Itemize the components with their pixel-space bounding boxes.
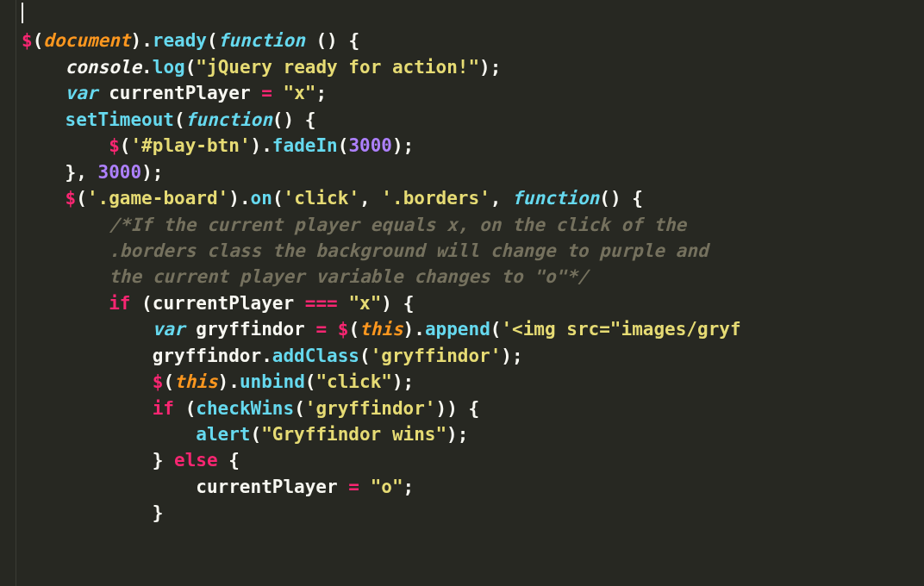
tok <box>163 450 174 471</box>
tok: /*If the current player equals x, on the… <box>109 215 697 235</box>
tok: the current player variable changes to "… <box>109 266 588 287</box>
tok: function <box>218 30 305 51</box>
tok: var <box>153 319 185 340</box>
tok: === <box>305 293 338 314</box>
tok: $ <box>109 135 120 156</box>
tok: ; <box>403 371 415 392</box>
tok: ( <box>185 398 197 419</box>
tok: $ <box>22 30 33 51</box>
tok: currentPlayer <box>153 293 294 314</box>
tok: ; <box>458 424 469 445</box>
tok <box>87 162 98 183</box>
tok: ; <box>315 83 327 103</box>
tok: var <box>66 83 98 103</box>
tok: 3000 <box>348 135 392 156</box>
tok: "jQuery ready for action!" <box>196 57 479 78</box>
tok: currentPlayer <box>109 83 250 103</box>
tok: ) <box>403 319 415 340</box>
code-editor[interactable]: $(document).ready(function () { console.… <box>0 0 924 586</box>
tok: ) <box>251 135 262 156</box>
tok <box>272 83 284 103</box>
tok <box>371 188 382 209</box>
tok: 'gryffindor' <box>371 346 502 366</box>
tok: function <box>512 188 599 209</box>
tok: "o" <box>371 477 403 497</box>
tok: ( <box>338 135 349 156</box>
tok: "x" <box>348 293 381 314</box>
tok: ( <box>251 424 262 445</box>
tok: else <box>174 450 218 471</box>
tok: () <box>272 109 305 130</box>
tok: ( <box>490 319 502 340</box>
tok: { <box>305 109 316 130</box>
tok: log <box>153 57 185 78</box>
tok: ( <box>272 188 284 209</box>
tok: if <box>153 398 174 419</box>
tok: ) <box>228 188 240 209</box>
tok: gryffindor <box>196 319 304 340</box>
tok: $ <box>338 319 349 340</box>
tok: ) <box>392 371 403 392</box>
tok: ) <box>479 57 490 78</box>
tok: { <box>348 30 359 51</box>
tok: document <box>43 30 130 51</box>
tok: ; <box>403 135 415 156</box>
tok <box>251 83 262 103</box>
tok: . <box>414 319 425 340</box>
tok: ( <box>33 30 44 51</box>
tok: checkWins <box>196 398 294 419</box>
tok: ( <box>120 135 131 156</box>
tok: , <box>359 188 371 209</box>
tok: 3000 <box>98 162 142 183</box>
tok: ready <box>153 30 207 51</box>
tok <box>458 398 469 419</box>
tok <box>185 319 197 340</box>
tok: append <box>425 319 490 340</box>
tok: '.borders' <box>381 188 490 209</box>
tok: = <box>348 477 359 497</box>
tok: () <box>599 188 632 209</box>
tok: '#play-btn' <box>130 135 250 156</box>
tok <box>130 293 141 314</box>
tok: currentPlayer <box>196 477 337 497</box>
tok <box>174 398 185 419</box>
tok <box>338 477 349 497</box>
tok: ) <box>218 371 229 392</box>
tok: 'click' <box>284 188 360 209</box>
tok: , <box>76 162 87 183</box>
tok: . <box>261 135 272 156</box>
tok: ; <box>490 57 502 78</box>
tok: $ <box>153 371 164 392</box>
tok: gryffindor <box>153 346 261 366</box>
tok: addClass <box>272 346 359 366</box>
tok: } <box>66 162 77 183</box>
tok: . <box>261 346 272 366</box>
tok: } <box>153 502 164 523</box>
tok <box>501 188 512 209</box>
tok <box>327 319 338 340</box>
tok <box>338 293 349 314</box>
tok: 'gryffindor' <box>305 398 436 419</box>
tok: ( <box>348 319 359 340</box>
tok: ; <box>512 346 523 366</box>
tok: this <box>174 371 218 392</box>
tok: { <box>403 293 415 314</box>
tok: $ <box>66 188 77 209</box>
code-area[interactable]: $(document).ready(function () { console.… <box>16 0 746 586</box>
tok: ( <box>305 371 316 392</box>
text-cursor <box>22 3 23 23</box>
tok: fadeIn <box>272 135 338 156</box>
tok: setTimeout <box>66 109 174 130</box>
tok: ; <box>403 477 415 497</box>
tok: alert <box>196 424 250 445</box>
tok: console <box>66 57 142 78</box>
tok: ( <box>141 293 153 314</box>
tok: { <box>228 450 240 471</box>
tok: ) <box>141 162 153 183</box>
tok: . <box>141 30 153 51</box>
tok: .borders class the background will chang… <box>109 240 719 261</box>
tok: ) <box>501 346 512 366</box>
tok: = <box>261 83 272 103</box>
tok: . <box>240 188 251 209</box>
tok: ( <box>185 57 197 78</box>
